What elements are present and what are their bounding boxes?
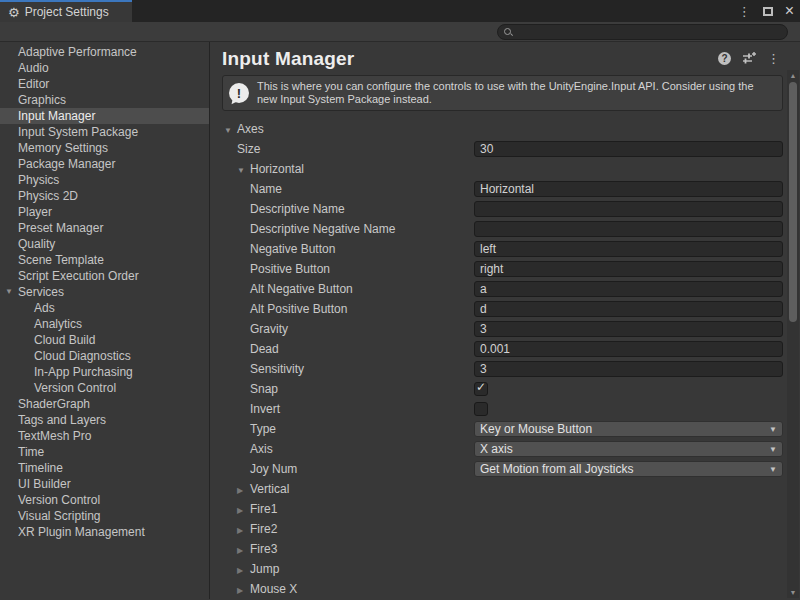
property-row-positive-button: Positive Button — [210, 259, 800, 279]
sidebar-item-package-manager[interactable]: Package Manager — [0, 156, 209, 172]
positive-button-field[interactable] — [474, 261, 783, 277]
sidebar-item-services[interactable]: ▼Services — [0, 284, 209, 300]
dead-field[interactable] — [474, 341, 783, 357]
size-field[interactable] — [474, 141, 783, 157]
name-field[interactable] — [474, 181, 783, 197]
sidebar-item-label: Player — [18, 205, 52, 219]
foldout-arrow-icon[interactable]: ▶ — [237, 521, 250, 541]
sidebar-item-tags-and-layers[interactable]: Tags and Layers — [0, 412, 209, 428]
foldout-arrow-icon[interactable]: ▼ — [5, 284, 13, 300]
sidebar-item-scene-template[interactable]: Scene Template — [0, 252, 209, 268]
foldout-arrow-icon[interactable]: ▼ — [224, 121, 237, 141]
vertical-scrollbar[interactable]: ▲ ▼ — [787, 70, 799, 598]
property-label: Type — [250, 419, 276, 439]
sidebar-item-input-manager[interactable]: Input Manager — [0, 108, 209, 124]
field-area — [474, 301, 783, 317]
sidebar-item-version-control[interactable]: Version Control — [0, 380, 209, 396]
info-bubble-icon: ! — [229, 83, 249, 103]
foldout-arrow-icon[interactable]: ▶ — [237, 541, 250, 561]
sidebar-item-ads[interactable]: Ads — [0, 300, 209, 316]
descriptive-name-field[interactable] — [474, 201, 783, 217]
gravity-field[interactable] — [474, 321, 783, 337]
label-text: Negative Button — [250, 242, 335, 256]
label-text: Axis — [250, 442, 273, 456]
sidebar-item-label: Visual Scripting — [18, 509, 101, 523]
sidebar-item-audio[interactable]: Audio — [0, 60, 209, 76]
foldout-fire1[interactable]: ▶Fire1 — [237, 499, 277, 519]
sidebar-item-player[interactable]: Player — [0, 204, 209, 220]
sidebar-item-editor[interactable]: Editor — [0, 76, 209, 92]
alt-positive-button-field[interactable] — [474, 301, 783, 317]
sidebar-item-script-execution-order[interactable]: Script Execution Order — [0, 268, 209, 284]
sidebar-item-cloud-diagnostics[interactable]: Cloud Diagnostics — [0, 348, 209, 364]
foldout-arrow-icon[interactable]: ▶ — [237, 561, 250, 581]
sidebar-item-cloud-build[interactable]: Cloud Build — [0, 332, 209, 348]
sidebar-item-time[interactable]: Time — [0, 444, 209, 460]
foldout-fire3[interactable]: ▶Fire3 — [237, 539, 277, 559]
field-area — [474, 341, 783, 357]
property-label: Alt Negative Button — [250, 279, 353, 299]
sidebar-item-in-app-purchasing[interactable]: In-App Purchasing — [0, 364, 209, 380]
kebab-menu-icon[interactable]: ⋮ — [738, 5, 751, 18]
property-label: Invert — [250, 399, 280, 419]
sidebar-item-timeline[interactable]: Timeline — [0, 460, 209, 476]
maximize-icon[interactable] — [763, 7, 773, 16]
sidebar-item-preset-manager[interactable]: Preset Manager — [0, 220, 209, 236]
scroll-down-icon[interactable]: ▼ — [787, 587, 799, 598]
search-box[interactable] — [497, 24, 788, 40]
foldout-vertical[interactable]: ▶Vertical — [237, 479, 289, 499]
scroll-up-icon[interactable]: ▲ — [787, 70, 799, 81]
foldout-arrow-icon[interactable]: ▼ — [237, 161, 250, 181]
sidebar-item-input-system-package[interactable]: Input System Package — [0, 124, 209, 140]
type-dropdown[interactable]: Key or Mouse Button▼ — [474, 421, 783, 437]
sidebar-item-label: Audio — [18, 61, 49, 75]
kebab-menu-icon[interactable]: ⋮ — [767, 52, 780, 65]
field-area — [474, 141, 783, 157]
sidebar-item-physics-2d[interactable]: Physics 2D — [0, 188, 209, 204]
presets-icon[interactable] — [742, 51, 756, 65]
sidebar-item-label: TextMesh Pro — [18, 429, 91, 443]
sidebar-item-visual-scripting[interactable]: Visual Scripting — [0, 508, 209, 524]
tab-project-settings[interactable]: ⚙ Project Settings — [0, 0, 132, 22]
sidebar-item-label: XR Plugin Management — [18, 525, 145, 539]
help-icon[interactable]: ? — [718, 52, 731, 65]
negative-button-field[interactable] — [474, 241, 783, 257]
sidebar-item-version-control[interactable]: Version Control — [0, 492, 209, 508]
search-icon — [504, 28, 512, 36]
property-label: Sensitivity — [250, 359, 304, 379]
field-area — [474, 401, 783, 417]
foldout-mouse-x[interactable]: ▶Mouse X — [237, 579, 297, 599]
sidebar-item-shadergraph[interactable]: ShaderGraph — [0, 396, 209, 412]
invert-checkbox[interactable] — [474, 402, 488, 416]
foldout-fire2[interactable]: ▶Fire2 — [237, 519, 277, 539]
close-icon[interactable]: × — [785, 3, 794, 19]
foldout-axes[interactable]: ▼Axes — [224, 119, 264, 139]
joy-num-dropdown[interactable]: Get Motion from all Joysticks▼ — [474, 461, 783, 477]
property-row-descriptive-name: Descriptive Name — [210, 199, 800, 219]
foldout-arrow-icon[interactable]: ▶ — [237, 581, 250, 599]
sidebar-item-xr-plugin-management[interactable]: XR Plugin Management — [0, 524, 209, 540]
snap-checkbox[interactable]: ✓ — [474, 382, 488, 396]
sidebar-item-label: Graphics — [18, 93, 66, 107]
axis-dropdown[interactable]: X axis▼ — [474, 441, 783, 457]
sidebar-item-analytics[interactable]: Analytics — [0, 316, 209, 332]
dropdown-value: X axis — [480, 442, 769, 456]
sidebar-item-quality[interactable]: Quality — [0, 236, 209, 252]
sidebar-item-graphics[interactable]: Graphics — [0, 92, 209, 108]
sidebar-item-ui-builder[interactable]: UI Builder — [0, 476, 209, 492]
foldout-arrow-icon[interactable]: ▶ — [237, 481, 250, 501]
property-row-jump: ▶Jump — [210, 559, 800, 579]
foldout-arrow-icon[interactable]: ▶ — [237, 501, 250, 521]
sidebar-item-adaptive-performance[interactable]: Adaptive Performance — [0, 44, 209, 60]
scrollbar-thumb[interactable] — [789, 82, 797, 322]
sidebar-item-memory-settings[interactable]: Memory Settings — [0, 140, 209, 156]
foldout-horizontal[interactable]: ▼Horizontal — [237, 159, 304, 179]
descriptive-negative-name-field[interactable] — [474, 221, 783, 237]
sensitivity-field[interactable] — [474, 361, 783, 377]
sidebar-item-textmesh-pro[interactable]: TextMesh Pro — [0, 428, 209, 444]
alt-negative-button-field[interactable] — [474, 281, 783, 297]
search-input[interactable] — [516, 25, 781, 39]
sidebar-item-label: Cloud Diagnostics — [34, 349, 131, 363]
foldout-jump[interactable]: ▶Jump — [237, 559, 279, 579]
sidebar-item-physics[interactable]: Physics — [0, 172, 209, 188]
